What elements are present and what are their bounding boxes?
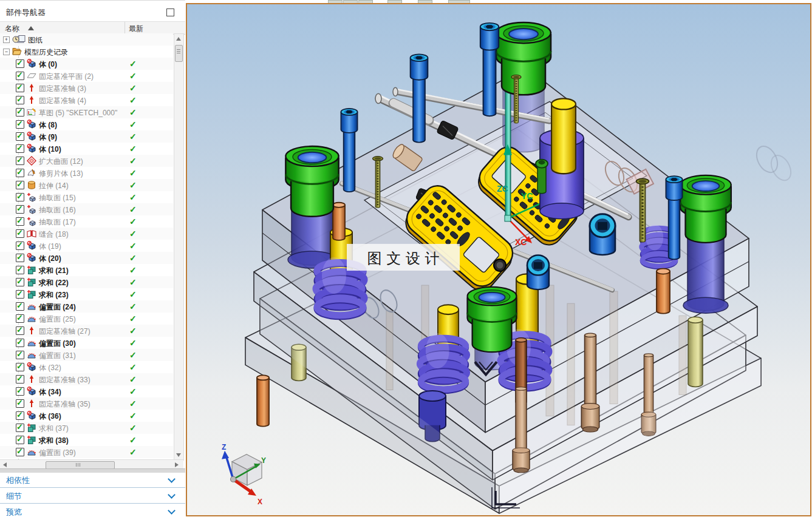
- scroll-right-icon[interactable]: [175, 462, 179, 467]
- node-label[interactable]: 体 (10): [39, 144, 61, 155]
- node-label[interactable]: 修剪片体 (13): [39, 169, 83, 179]
- node-checkbox[interactable]: [16, 120, 24, 129]
- node-checkbox[interactable]: [16, 96, 24, 104]
- expander-icon[interactable]: +: [3, 36, 10, 43]
- node-checkbox[interactable]: [16, 448, 24, 456]
- tree-row[interactable]: 固定基准轴 (35): [0, 397, 173, 410]
- node-checkbox[interactable]: [16, 169, 24, 177]
- 3d-viewport[interactable]: ZC YC XC: [186, 3, 811, 516]
- tree-row[interactable]: 求和 (21): [0, 264, 173, 276]
- node-checkbox[interactable]: [16, 314, 24, 323]
- chevron-down-icon[interactable]: [169, 476, 174, 482]
- tree-row[interactable]: 体 (19): [0, 240, 173, 252]
- tree-row[interactable]: + 图纸: [0, 33, 173, 46]
- node-checkbox[interactable]: [16, 59, 24, 68]
- node-checkbox[interactable]: [16, 278, 24, 286]
- node-checkbox[interactable]: [16, 181, 24, 189]
- node-checkbox[interactable]: [16, 217, 24, 226]
- node-checkbox[interactable]: [16, 205, 24, 214]
- node-checkbox[interactable]: [16, 290, 24, 299]
- node-label[interactable]: 偏置面 (39): [39, 448, 76, 458]
- tree-row[interactable]: 缝合 (18): [0, 228, 173, 240]
- node-label[interactable]: 固定基准平面 (2): [39, 72, 94, 82]
- node-checkbox[interactable]: [16, 157, 24, 165]
- sort-ascending-icon[interactable]: [28, 26, 34, 30]
- column-name[interactable]: 名称: [5, 24, 34, 34]
- node-label[interactable]: 体 (20): [39, 254, 61, 264]
- node-checkbox[interactable]: [16, 229, 24, 238]
- node-label[interactable]: 抽取面 (15): [39, 193, 76, 203]
- node-checkbox[interactable]: [16, 144, 24, 153]
- node-label[interactable]: 体 (36): [39, 411, 61, 422]
- expander-icon[interactable]: −: [3, 49, 10, 55]
- tree-row[interactable]: 偏置面 (24): [0, 300, 173, 313]
- node-label[interactable]: 求和 (21): [39, 266, 69, 276]
- column-status[interactable]: 最新: [129, 24, 143, 34]
- tree-row[interactable]: 固定基准轴 (3): [0, 82, 173, 94]
- tree-row[interactable]: 拉伸 (14): [0, 179, 173, 191]
- tree-row[interactable]: 修剪片体 (13): [0, 167, 173, 179]
- tree-row[interactable]: 求和 (23): [0, 288, 173, 300]
- node-checkbox[interactable]: [16, 72, 24, 80]
- tree-row[interactable]: 体 (32): [0, 361, 173, 373]
- node-label[interactable]: 固定基准轴 (33): [39, 375, 90, 385]
- node-checkbox[interactable]: [16, 339, 24, 347]
- tree-row[interactable]: 求和 (22): [0, 276, 173, 288]
- node-label[interactable]: 求和 (22): [39, 278, 69, 288]
- node-checkbox[interactable]: [16, 84, 24, 92]
- node-label[interactable]: 模型历史记录: [24, 47, 68, 58]
- tree-row[interactable]: 偏置面 (30): [0, 337, 173, 349]
- node-label[interactable]: 抽取面 (16): [39, 205, 76, 215]
- node-label[interactable]: 固定基准轴 (4): [39, 96, 86, 106]
- section-相依性[interactable]: 相依性: [0, 472, 185, 488]
- node-checkbox[interactable]: [16, 387, 24, 396]
- node-checkbox[interactable]: [16, 375, 24, 384]
- node-label[interactable]: 固定基准轴 (3): [39, 84, 86, 94]
- node-label[interactable]: 体 (8): [39, 120, 57, 130]
- node-label[interactable]: 求和 (38): [39, 436, 69, 446]
- node-label[interactable]: 体 (19): [39, 242, 61, 252]
- node-checkbox[interactable]: [16, 132, 24, 141]
- tree-row[interactable]: 抽取面 (15): [0, 191, 173, 203]
- node-checkbox[interactable]: [16, 411, 24, 420]
- horizontal-scrollbar[interactable]: [0, 459, 183, 469]
- node-checkbox[interactable]: [16, 254, 24, 262]
- node-label[interactable]: 偏置面 (25): [39, 314, 76, 325]
- tree-row[interactable]: 偏置面 (25): [0, 313, 173, 325]
- tree-row[interactable]: 抽取面 (16): [0, 203, 173, 215]
- tree-row[interactable]: 抽取面 (17): [0, 215, 173, 228]
- node-label[interactable]: 体 (32): [39, 363, 61, 373]
- node-label[interactable]: 草图 (5) "SKETCH_000": [39, 108, 117, 118]
- node-label[interactable]: 固定基准轴 (35): [39, 399, 90, 410]
- node-checkbox[interactable]: [16, 363, 24, 371]
- float-window-icon[interactable]: [166, 8, 174, 16]
- node-checkbox[interactable]: [16, 436, 24, 444]
- tree-row[interactable]: 体 (8): [0, 118, 173, 130]
- tree-row[interactable]: 扩大曲面 (12): [0, 155, 173, 167]
- node-label[interactable]: 缝合 (18): [39, 229, 69, 240]
- node-label[interactable]: 求和 (37): [39, 424, 69, 434]
- node-checkbox[interactable]: [16, 193, 24, 201]
- tree-row[interactable]: 偏置面 (31): [0, 349, 173, 361]
- node-label[interactable]: 图纸: [28, 35, 43, 46]
- node-checkbox[interactable]: [16, 302, 24, 311]
- tree-row[interactable]: 体 (9): [0, 130, 173, 143]
- scroll-down-icon[interactable]: [176, 453, 181, 457]
- node-checkbox[interactable]: [16, 266, 24, 274]
- tree-row[interactable]: 固定基准平面 (2): [0, 70, 173, 82]
- tree-row[interactable]: 体 (36): [0, 410, 173, 422]
- tree-row[interactable]: 体 (34): [0, 385, 173, 397]
- tree-column-header[interactable]: 名称 最新: [0, 21, 185, 35]
- node-checkbox[interactable]: [16, 326, 24, 335]
- tree-row[interactable]: 体 (0): [0, 58, 173, 70]
- node-label[interactable]: 拉伸 (14): [39, 181, 69, 191]
- tree-row[interactable]: 求和 (38): [0, 434, 173, 446]
- tree-row[interactable]: 求和 (37): [0, 422, 173, 434]
- vertical-scroll-thumb[interactable]: [175, 45, 183, 62]
- vertical-scrollbar[interactable]: [174, 33, 184, 461]
- node-checkbox[interactable]: [16, 351, 24, 359]
- node-label[interactable]: 偏置面 (24): [39, 302, 76, 313]
- node-label[interactable]: 体 (0): [39, 59, 57, 70]
- section-预览[interactable]: 预览: [0, 504, 185, 517]
- node-label[interactable]: 扩大曲面 (12): [39, 157, 83, 167]
